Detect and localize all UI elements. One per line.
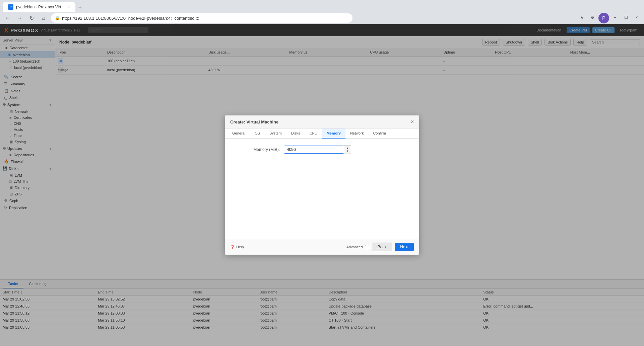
tab-close-button[interactable]: × <box>67 4 70 10</box>
modal-title: Create: Virtual Machine <box>230 119 278 124</box>
profile-button[interactable]: P <box>598 13 609 23</box>
memory-spinner[interactable]: ▲ ▼ <box>344 145 351 154</box>
browser-tabs: P pvedebian - Proxmox Virt... × + <box>0 0 644 12</box>
close-button[interactable]: × <box>632 13 641 22</box>
help-label: Help <box>236 245 244 249</box>
modal-tab-memory[interactable]: Memory <box>322 128 345 139</box>
tab-title: pvedebian - Proxmox Virt... <box>16 5 65 9</box>
tab-favicon: P <box>8 4 13 10</box>
bookmark-button[interactable]: ★ <box>577 13 586 22</box>
back-button[interactable]: Back <box>372 243 392 251</box>
reload-button[interactable]: ↻ <box>27 13 36 23</box>
advanced-label: Advanced <box>346 245 363 249</box>
modal-footer: ❓ Help Advanced Back Next <box>225 239 419 255</box>
modal-tab-system[interactable]: System <box>265 128 286 139</box>
help-icon: ❓ <box>230 245 235 249</box>
memory-input[interactable] <box>284 146 344 154</box>
browser-tab-active[interactable]: P pvedebian - Proxmox Virt... × <box>3 2 75 12</box>
browser-actions: ★ ⚙ P ‒ ☐ × <box>577 13 641 23</box>
memory-form-row: Memory (MiB): ▲ ▼ <box>230 145 414 154</box>
home-button[interactable]: ⌂ <box>39 13 48 23</box>
new-tab-button[interactable]: + <box>75 3 85 12</box>
modal-header: Create: Virtual Machine × <box>225 115 419 128</box>
create-vm-modal: Create: Virtual Machine × GeneralOSSyste… <box>225 115 419 255</box>
memory-control: ▲ ▼ <box>284 145 351 154</box>
browser-chrome: P pvedebian - Proxmox Virt... × + ← → ↻ … <box>0 0 644 24</box>
advanced-checkbox[interactable] <box>365 245 369 249</box>
maximize-button[interactable]: ☐ <box>621 13 631 22</box>
modal-tab-os[interactable]: OS <box>250 128 265 139</box>
modal-tab-confirm[interactable]: Confirm <box>368 128 391 139</box>
browser-toolbar: ← → ↻ ⌂ 🔒 https://192.168.1.101:8006/#v1… <box>0 12 644 24</box>
extensions-button[interactable]: ⚙ <box>588 13 597 22</box>
url-text: https://192.168.1.101:8006/#v1:0=node%2F… <box>62 16 200 21</box>
memory-label: Memory (MiB): <box>230 147 284 152</box>
modal-tab-network[interactable]: Network <box>345 128 368 139</box>
modal-tab-general[interactable]: General <box>228 128 250 139</box>
modal-tab-cpu[interactable]: CPU <box>305 128 322 139</box>
modal-overlay: Create: Virtual Machine × GeneralOSSyste… <box>0 24 644 346</box>
address-bar[interactable]: 🔒 https://192.168.1.101:8006/#v1:0=node%… <box>51 13 352 23</box>
modal-body: Memory (MiB): ▲ ▼ <box>225 139 419 239</box>
modal-close-button[interactable]: × <box>411 119 414 125</box>
lock-icon: 🔒 <box>55 16 60 20</box>
minimize-button[interactable]: ‒ <box>610 13 620 22</box>
back-button[interactable]: ← <box>3 13 12 23</box>
modal-tabs: GeneralOSSystemDisksCPUMemoryNetworkConf… <box>225 128 419 139</box>
next-button[interactable]: Next <box>395 243 414 251</box>
help-button[interactable]: ❓ Help <box>230 245 244 249</box>
advanced-section: Advanced <box>346 245 369 249</box>
footer-right: Advanced Back Next <box>346 243 414 251</box>
modal-tab-disks[interactable]: Disks <box>286 128 305 139</box>
forward-button[interactable]: → <box>15 13 24 23</box>
